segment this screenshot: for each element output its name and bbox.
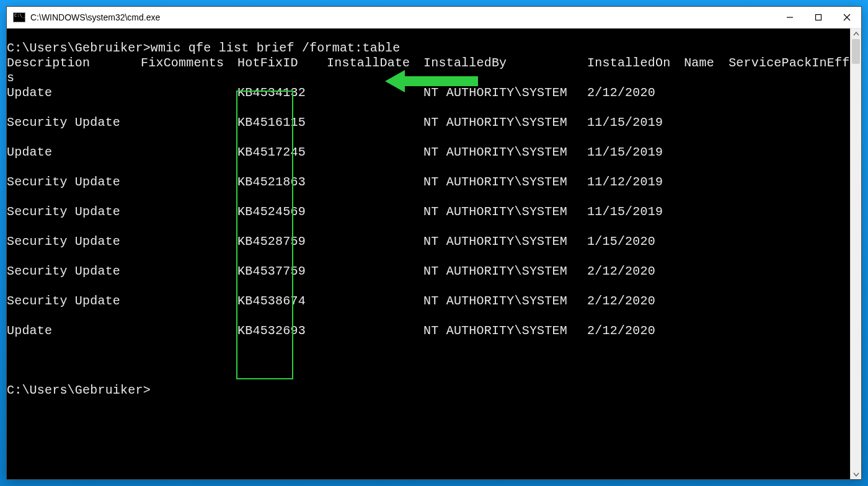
scrollbar-thumb[interactable] xyxy=(852,39,860,64)
table-row: Security UpdateKB4516115NT AUTHORITY\SYS… xyxy=(7,115,850,130)
window-title: C:\WINDOWS\system32\cmd.exe xyxy=(30,12,160,22)
scrollbar-down-button[interactable] xyxy=(851,469,861,479)
cmd-app-icon xyxy=(13,12,25,22)
close-icon xyxy=(843,14,851,21)
table-row: Security UpdateKB4537759NT AUTHORITY\SYS… xyxy=(7,264,850,279)
prompt-line: C:\Users\Gebruiker>wmic qfe list brief /… xyxy=(7,41,850,56)
close-button[interactable] xyxy=(833,7,861,28)
chevron-up-icon xyxy=(853,31,859,37)
svg-rect-1 xyxy=(816,15,822,20)
vertical-scrollbar[interactable] xyxy=(850,29,861,479)
terminal[interactable]: C:\Users\Gebruiker>wmic qfe list brief /… xyxy=(7,29,850,479)
minimize-button[interactable] xyxy=(776,7,804,28)
table-header-wrap: s xyxy=(7,71,850,86)
titlebar[interactable]: C:\WINDOWS\system32\cmd.exe xyxy=(7,7,861,29)
maximize-icon xyxy=(815,14,822,21)
minimize-icon xyxy=(786,14,794,21)
prompt: C:\Users\Gebruiker> xyxy=(7,383,151,397)
chevron-down-icon xyxy=(853,471,859,477)
desktop-background: C:\WINDOWS\system32\cmd.exe C:\Users\Geb… xyxy=(0,0,868,486)
table-row: Security UpdateKB4524569NT AUTHORITY\SYS… xyxy=(7,205,850,219)
table-row: UpdateKB4534132NT AUTHORITY\SYSTEM2/12/2… xyxy=(7,86,850,100)
cmd-window: C:\WINDOWS\system32\cmd.exe C:\Users\Geb… xyxy=(6,6,862,480)
maximize-button[interactable] xyxy=(804,7,833,28)
table-row: Security UpdateKB4528759NT AUTHORITY\SYS… xyxy=(7,234,850,249)
window-controls xyxy=(776,7,861,28)
prompt-line-2: C:\Users\Gebruiker> xyxy=(7,383,850,398)
scrollbar-track[interactable] xyxy=(851,39,861,469)
command-text: wmic qfe list brief /format:table xyxy=(151,41,401,55)
client-area: C:\Users\Gebruiker>wmic qfe list brief /… xyxy=(7,29,861,479)
table-row: UpdateKB4532693NT AUTHORITY\SYSTEM2/12/2… xyxy=(7,324,850,338)
table-row: UpdateKB4517245NT AUTHORITY\SYSTEM11/15/… xyxy=(7,145,850,160)
table-row: Security UpdateKB4538674NT AUTHORITY\SYS… xyxy=(7,294,850,309)
prompt: C:\Users\Gebruiker> xyxy=(7,41,151,55)
scrollbar-up-button[interactable] xyxy=(851,29,861,39)
table-header: DescriptionFixCommentsHotFixIDInstallDat… xyxy=(7,56,850,71)
table-row: Security UpdateKB4521863NT AUTHORITY\SYS… xyxy=(7,175,850,190)
